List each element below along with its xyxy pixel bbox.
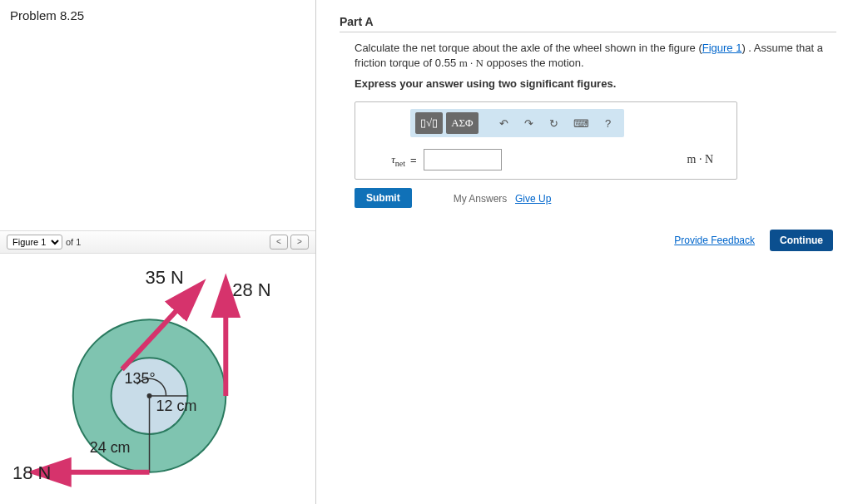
label-18n: 18 N	[12, 462, 51, 483]
provide-feedback-link[interactable]: Provide Feedback	[674, 235, 755, 246]
left-panel: Problem 8.25 Figure 1 of 1 < >	[0, 0, 316, 504]
my-answers-label: My Answers	[454, 193, 508, 205]
q-text-3: opposes the motion.	[484, 57, 584, 69]
figure-next-button[interactable]: >	[290, 235, 309, 250]
variable-label: τnet	[364, 153, 405, 168]
greek-button[interactable]: ΑΣΦ	[446, 112, 478, 134]
figure-select[interactable]: Figure 1	[7, 235, 62, 250]
label-outer-radius: 24 cm	[90, 439, 131, 456]
answer-input[interactable]	[424, 149, 502, 170]
footer-row: Provide Feedback Continue	[340, 230, 836, 251]
wheel-diagram: 35 N 28 N 18 N 135° 12 cm 24 cm	[0, 254, 315, 504]
templates-button[interactable]: ▯√▯	[415, 112, 443, 134]
submit-button[interactable]: Submit	[355, 188, 412, 208]
undo-button[interactable]: ↶	[493, 112, 515, 134]
answer-box: ▯√▯ ΑΣΦ ↶ ↷ ↻ ⌨ ? τnet = m · N	[355, 101, 737, 180]
figure-toolbar: Figure 1 of 1 < >	[0, 230, 315, 254]
equals-sign: =	[410, 154, 417, 166]
divider	[340, 32, 836, 32]
submit-row: Submit My Answers Give Up	[355, 188, 836, 208]
answer-row: τnet = m · N	[364, 149, 728, 170]
label-inner-radius: 12 cm	[156, 398, 197, 414]
figure-prev-button[interactable]: <	[270, 235, 288, 250]
figure-link[interactable]: Figure 1	[702, 42, 742, 54]
q-torque-unit: m · N	[459, 57, 484, 69]
math-toolbar: ▯√▯ ΑΣΦ ↶ ↷ ↻ ⌨ ?	[410, 109, 624, 137]
question-text: Calculate the net torque about the axle …	[355, 41, 836, 71]
label-28n: 28 N	[232, 279, 270, 300]
redo-button[interactable]: ↷	[518, 112, 540, 134]
right-panel: Part A Calculate the net torque about th…	[316, 0, 848, 504]
continue-button[interactable]: Continue	[770, 230, 833, 251]
app-root: Problem 8.25 Figure 1 of 1 < >	[0, 0, 848, 504]
give-up-link[interactable]: Give Up	[515, 193, 551, 205]
my-answers-group: My Answers Give Up	[454, 192, 552, 205]
part-title: Part A	[340, 15, 836, 28]
problem-title: Problem 8.25	[0, 0, 315, 31]
label-angle: 135°	[125, 370, 156, 387]
figure-area: 35 N 28 N 18 N 135° 12 cm 24 cm	[0, 254, 315, 504]
figure-of-label: of 1	[66, 237, 81, 247]
label-35n: 35 N	[146, 267, 184, 288]
keyboard-button[interactable]: ⌨	[568, 112, 594, 134]
instruction-text: Express your answer using two significan…	[355, 77, 836, 90]
reset-button[interactable]: ↻	[543, 112, 565, 134]
unit-label: m · N	[687, 153, 714, 166]
q-text-1: Calculate the net torque about the axle …	[355, 42, 702, 54]
help-button[interactable]: ?	[598, 112, 619, 134]
